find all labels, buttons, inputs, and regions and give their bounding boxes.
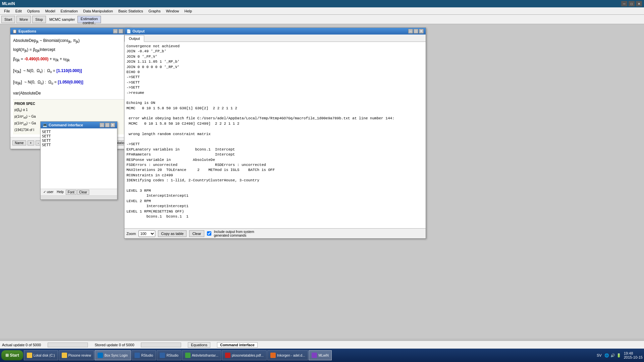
menu-estimation[interactable]: Estimation [58,8,80,14]
prior-b0: p(β0) α 1 [14,107,126,114]
include-output-checkbox[interactable] [207,231,211,236]
cmd-close[interactable]: ✕ [110,123,115,127]
eq-line-5: [u0jk] ~ N(0, Ωu) : Ωu = [1.050(0.000)] [13,78,128,86]
menu-data[interactable]: Data Manipulation [80,8,116,14]
start-menu-button[interactable]: ⊞ Start [1,350,23,360]
cmd-line-3: SETT [42,138,116,143]
output-controls: ─ □ ✕ [408,29,424,34]
taskbar-item-plosone-pdf[interactable]: plosonetatables.pdf... [222,350,267,360]
eq-maximize[interactable]: □ [118,29,123,34]
include-output-label: Include output from system generated com… [214,230,254,237]
start-button[interactable]: Start [1,16,15,23]
language-indicator: SV [597,353,602,357]
taskbar-item-localdisk[interactable]: Lokal disk (C:) [24,350,58,360]
output-clear-button[interactable]: Clear [189,230,204,237]
cmd-line-4: SETT [42,143,116,147]
aktivitets-icon [185,353,191,358]
output-tab-output[interactable]: Output [124,35,144,42]
equations-icon: 📋 [12,29,17,34]
close-button[interactable]: ✕ [636,1,642,6]
battery-icon: 🔋 [616,353,621,358]
cmd-content: SETT SETT SETT SETT [41,128,117,189]
zoom-select[interactable]: 100 [139,230,155,237]
eq-line-3: β0jk = -0.490(0.000) + v0k + u0jk [13,56,128,63]
cmd-maximize[interactable]: □ [105,123,110,127]
date-display: 2015-10-15 [624,355,643,359]
eq-var-line: var(AbsoluteDe [13,90,128,97]
command-interface-window: 💻 Command interface ─ □ ✕ SETT SETT SETT… [40,121,117,200]
mail-icon [270,353,276,358]
plus-button[interactable]: + [28,140,34,145]
taskbar-item-plosone[interactable]: Plosone review [59,350,94,360]
rstudio1-icon [135,353,140,358]
menu-options[interactable]: Options [24,8,43,14]
taskbar-item-inkorgen[interactable]: Inkorgen - adel.d... [267,350,308,360]
cmd-font-button[interactable]: Font [66,190,76,195]
cmd-icon: 💻 [43,123,47,127]
estimation-button[interactable]: Estimation control.. [77,16,101,23]
eq-line-2: logit(πjk) = β0jkIntercept [13,46,128,54]
menu-help[interactable]: Help [182,8,195,14]
cmd-scrollbar[interactable] [41,195,117,199]
taskbar: ⊞ Start Lokal disk (C:) Plosone review B… [0,349,644,362]
copy-table-button[interactable]: Copy as table [158,230,186,237]
plosone-icon [62,353,67,358]
windows-logo-icon: ⊞ [5,353,9,358]
cmd-user-tab[interactable]: user [42,190,55,195]
time-display: 19:48 [624,351,643,355]
menu-statistics[interactable]: Basic Statistics [116,8,146,14]
taskbar-right: SV 🌐 🔊 🔋 19:48 2015-10-15 [597,351,643,359]
system-tray: 🌐 🔊 🔋 [604,353,621,358]
cmd-titlebar[interactable]: 💻 Command interface ─ □ ✕ [41,122,117,128]
clock-area: 19:48 2015-10-15 [624,351,643,359]
equations-titlebar[interactable]: 📋 Equations ─ □ ✕ [10,28,130,35]
taskbar-item-rstudio2[interactable]: RStudio [157,350,181,360]
title-bar: MLwiN ─ □ ✕ [0,0,644,7]
output-icon: 📄 [126,29,131,34]
rstudio2-icon [160,353,165,358]
output-maximize[interactable]: □ [414,29,418,34]
menu-file[interactable]: File [1,8,13,14]
cmd-help-tab[interactable]: Help [55,190,65,195]
stored-update-label: Stored update 0 of 5000 [95,343,134,347]
cmd-minimize[interactable]: ─ [100,123,104,127]
menu-edit[interactable]: Edit [13,8,24,14]
minimize-button[interactable]: ─ [621,1,627,6]
cmd-clear-button[interactable]: Clear [77,190,89,195]
maximize-button[interactable]: □ [629,1,635,6]
stop-button[interactable]: Stop [32,16,46,23]
output-minimize[interactable]: ─ [408,29,413,34]
cmd-controls: ─ □ ✕ [100,123,115,127]
taskbar-item-boxsync[interactable]: Box Sync Login [95,350,131,360]
name-button[interactable]: Name [12,140,26,145]
eq-line-1: AbsoluteDepjk ~ Binomial(consjk, πjk) [13,37,128,45]
equations-status-tab[interactable]: Equations [188,342,210,348]
main-content: 📋 Equations ─ □ ✕ AbsoluteDepjk ~ Binomi… [0,24,644,339]
window-controls: ─ □ ✕ [621,1,642,6]
eq-minimize[interactable]: ─ [113,29,118,34]
menu-model[interactable]: Model [43,8,58,14]
boxsync-icon [98,353,103,358]
prior-title: PRIOR SPEC [14,101,126,107]
output-title: Output [132,29,145,33]
cmd-line-1: SETT [42,130,116,134]
output-titlebar[interactable]: 📄 Output ─ □ ✕ [124,28,426,35]
actual-update-label: Actual update 0 of 5000 [2,343,41,347]
taskbar-item-aktivitets[interactable]: Aktivitetsthantar... [182,350,221,360]
taskbar-item-rstudio1[interactable]: RStudio [131,350,156,360]
equations-title: Equations [18,29,36,33]
more-button[interactable]: More [16,16,31,23]
output-close[interactable]: ✕ [419,29,424,34]
progress-bar [48,343,88,347]
menu-graphs[interactable]: Graphs [146,8,163,14]
command-interface-status-tab[interactable]: Command interface [217,342,258,348]
toolbar: Start More Stop MCMC sampler Estimation … [0,15,644,24]
prior-sv0: p(1/σ²v0) ~ Ga [14,114,126,120]
eq-line-4: [v0k] ~ N(0, Ωv) : Ωv = [1.110(0.000)] [13,67,128,75]
status-bar: Actual update 0 of 5000 Stored update 0 … [0,341,644,349]
mcmc-label: MCMC sampler [49,17,75,21]
taskbar-item-mlwin[interactable]: MLwiN [309,350,332,360]
network-icon: 🌐 [604,353,609,358]
menu-window[interactable]: Window [163,8,182,14]
output-tabs: Output [124,35,426,42]
